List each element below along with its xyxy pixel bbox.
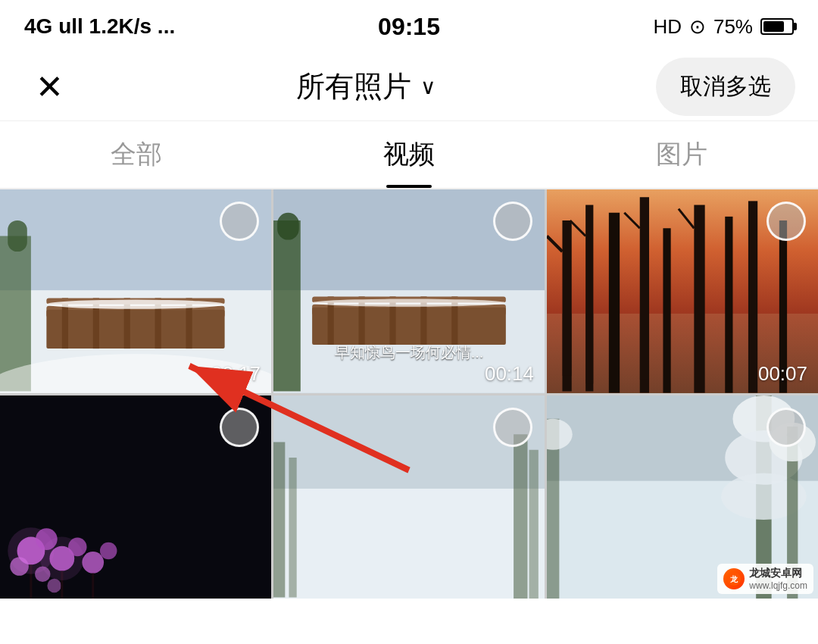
grid-cell-3[interactable]: 00:07 bbox=[547, 189, 818, 393]
svg-point-52 bbox=[82, 551, 104, 573]
svg-rect-42 bbox=[562, 314, 571, 376]
wifi-icon: ⊙ bbox=[689, 15, 706, 39]
battery-icon bbox=[760, 18, 794, 35]
svg-rect-61 bbox=[273, 488, 545, 599]
svg-rect-34 bbox=[694, 205, 704, 392]
watermark: 龙 龙城安卓网 www.lqjfg.com bbox=[717, 564, 813, 594]
grid-cell-1[interactable]: 00:17 bbox=[0, 189, 271, 393]
svg-point-54 bbox=[47, 578, 61, 592]
svg-text:龙: 龙 bbox=[729, 575, 738, 583]
tab-image-label: 图片 bbox=[656, 137, 707, 172]
album-title[interactable]: 所有照片 ∨ bbox=[296, 67, 436, 106]
network-label: 4G ull 1.2K/s ... bbox=[24, 14, 175, 39]
grid-cell-5[interactable] bbox=[273, 395, 545, 599]
selection-circle-3[interactable] bbox=[766, 202, 806, 241]
duration-3: 00:07 bbox=[758, 362, 807, 386]
svg-rect-63 bbox=[289, 457, 296, 596]
selection-circle-2[interactable] bbox=[493, 202, 532, 241]
duration-1: 00:17 bbox=[211, 362, 261, 386]
watermark-logo: 龙 bbox=[723, 568, 745, 589]
svg-point-53 bbox=[100, 542, 117, 559]
hd-label: HD bbox=[653, 15, 682, 39]
svg-rect-17 bbox=[277, 213, 299, 240]
svg-rect-3 bbox=[8, 220, 27, 252]
selection-circle-6[interactable] bbox=[766, 408, 806, 447]
tab-video-label: 视频 bbox=[383, 137, 435, 172]
chevron-down-icon: ∨ bbox=[420, 74, 436, 99]
album-title-label: 所有照片 bbox=[296, 67, 411, 106]
svg-rect-44 bbox=[640, 314, 649, 380]
watermark-text-block: 龙城安卓网 www.lqjfg.com bbox=[749, 567, 807, 591]
selection-circle-4[interactable] bbox=[220, 408, 259, 447]
svg-rect-62 bbox=[273, 442, 285, 597]
svg-rect-16 bbox=[273, 220, 301, 391]
subtitle-2: 早知惊鸟一场何必情... bbox=[335, 342, 484, 363]
svg-point-12 bbox=[46, 300, 224, 309]
duration-2: 00:14 bbox=[485, 362, 534, 386]
top-nav: ✕ 所有照片 ∨ 取消多选 bbox=[0, 53, 818, 121]
svg-rect-65 bbox=[529, 449, 539, 599]
tab-video[interactable]: 视频 bbox=[273, 121, 545, 188]
photo-grid: 00:17 bbox=[0, 189, 818, 599]
svg-point-26 bbox=[312, 299, 506, 306]
svg-rect-31 bbox=[609, 213, 620, 393]
tab-bar: 全部 视频 图片 bbox=[0, 121, 818, 189]
svg-rect-19 bbox=[312, 308, 506, 345]
tab-image[interactable]: 图片 bbox=[545, 121, 818, 188]
svg-rect-5 bbox=[46, 310, 224, 349]
svg-point-59 bbox=[40, 536, 83, 580]
svg-rect-33 bbox=[663, 228, 670, 392]
status-right: HD ⊙ 75% bbox=[653, 15, 794, 39]
battery-percent: 75% bbox=[713, 15, 753, 39]
watermark-site: www.lqjfg.com bbox=[749, 580, 807, 591]
close-button[interactable]: ✕ bbox=[23, 61, 76, 114]
grid-cell-4[interactable] bbox=[0, 395, 271, 599]
status-time: 09:15 bbox=[378, 13, 440, 41]
close-icon: ✕ bbox=[36, 70, 64, 104]
watermark-brand: 龙城安卓网 bbox=[749, 567, 807, 580]
status-bar: 4G ull 1.2K/s ... 09:15 HD ⊙ 75% bbox=[0, 0, 818, 53]
svg-rect-35 bbox=[725, 217, 732, 393]
svg-rect-64 bbox=[514, 434, 527, 599]
cancel-multi-button[interactable]: 取消多选 bbox=[656, 58, 795, 116]
svg-rect-36 bbox=[748, 201, 757, 392]
grid-cell-2[interactable]: 早知惊鸟一场何必情... 00:14 bbox=[273, 189, 545, 393]
status-left: 4G ull 1.2K/s ... bbox=[24, 14, 175, 39]
selection-circle-1[interactable] bbox=[220, 202, 259, 241]
tab-all[interactable]: 全部 bbox=[0, 121, 273, 188]
svg-rect-43 bbox=[585, 314, 593, 383]
selection-circle-5[interactable] bbox=[493, 408, 532, 447]
tab-all-label: 全部 bbox=[111, 137, 162, 172]
